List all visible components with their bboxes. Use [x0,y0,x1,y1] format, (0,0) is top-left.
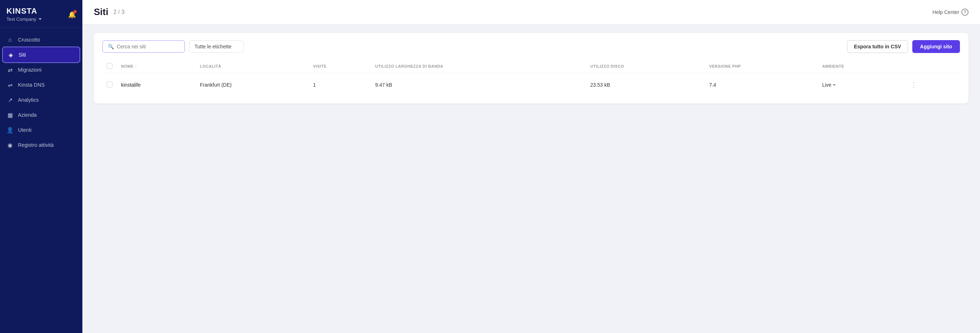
col-localita: LOCALITÀ [196,59,309,73]
sidebar-item-label: Registro attività [18,142,54,148]
home-icon: ⌂ [6,36,14,43]
activity-icon: ◉ [6,141,14,149]
company-icon: ▦ [6,111,14,119]
toolbar-right: Espora tutto in CSV Aggiungi sito [847,40,960,53]
col-ambiente: AMBIENTE [818,59,904,73]
select-all-checkbox[interactable] [107,63,113,69]
help-center-label: Help Center [932,9,959,15]
tags-dropdown[interactable]: Tutte le etichette [189,40,243,52]
sidebar-item-label: Azienda [18,112,37,118]
col-nome: NOME ↑ [117,59,196,73]
row-actions-cell: ⋮ [904,73,960,97]
col-php: VERSIONE PHP [705,59,818,73]
sidebar: KINSTA Test Company 🔔 ⌂ Cruscotto ◈ Siti… [0,0,83,333]
col-disco: UTILIZZO DISCO [586,59,705,73]
content-area: 🔍 Tutte le etichette Espora tutto in CSV… [83,24,980,333]
notification-dot [73,10,76,13]
sidebar-nav: ⌂ Cruscotto ◈ Siti ⇄ Migrazioni ⇌ Kinsta… [0,28,83,333]
row-checkbox-cell [102,73,117,97]
sidebar-item-label: Siti [19,52,26,58]
help-center-link[interactable]: Help Center ? [932,9,969,16]
export-csv-button[interactable]: Espora tutto in CSV [847,40,908,53]
sidebar-item-kinsta-dns[interactable]: ⇌ Kinsta DNS [0,77,83,92]
toolbar: 🔍 Tutte le etichette Espora tutto in CSV… [102,40,960,53]
analytics-icon: ↗ [6,96,14,103]
site-bandwidth: 9.47 kB [375,82,392,88]
row-checkbox[interactable] [107,82,113,87]
tags-label: Tutte le etichette [194,44,231,49]
site-environment[interactable]: Live [822,82,899,88]
topbar: Siti 2 / 3 Help Center ? [83,0,980,24]
site-location: Frankfurt (DE) [200,82,232,88]
sidebar-item-registro-attivita[interactable]: ◉ Registro attività [0,138,83,152]
row-bandwidth-cell: 9.47 kB [371,73,586,97]
table-row: kinstalife Frankfurt (DE) 1 9.47 kB 23.5 [102,73,960,97]
kinsta-logo-text: KINSTA [6,7,41,15]
sidebar-item-label: Utenti [18,127,32,133]
toolbar-left: 🔍 Tutte le etichette [102,40,243,52]
sidebar-item-label: Migrazioni [18,67,41,73]
row-location-cell: Frankfurt (DE) [196,73,309,97]
col-banda: UTILIZZO LARGHEZZA DI BANDA [371,59,586,73]
layers-icon: ◈ [7,51,14,59]
search-box[interactable]: 🔍 [102,40,185,52]
col-actions [904,59,960,73]
table-header: NOME ↑ LOCALITÀ VISITE UTILIZZO LARGHEZZ… [102,59,960,73]
sites-table: NOME ↑ LOCALITÀ VISITE UTILIZZO LARGHEZZ… [102,59,960,96]
notification-button[interactable]: 🔔 [68,11,76,19]
page-title: Siti [94,6,108,17]
sidebar-item-cruscotto[interactable]: ⌂ Cruscotto [0,32,83,47]
help-circle-icon: ? [961,9,969,16]
col-checkbox [102,59,117,73]
migrate-icon: ⇄ [6,66,14,73]
kinsta-logo: KINSTA Test Company [6,7,41,22]
table-body: kinstalife Frankfurt (DE) 1 9.47 kB 23.5 [102,73,960,97]
site-disk: 23.53 kB [590,82,610,88]
page-title-area: Siti 2 / 3 [94,6,125,17]
sidebar-item-siti[interactable]: ◈ Siti [3,47,80,62]
sidebar-item-azienda[interactable]: ▦ Azienda [0,108,83,122]
row-more-button[interactable]: ⋮ [908,80,920,90]
search-icon: 🔍 [108,44,114,49]
row-visite-cell: 1 [309,73,371,97]
row-name-cell: kinstalife [117,73,196,97]
sidebar-item-analytics[interactable]: ↗ Analytics [0,92,83,108]
main-content: Siti 2 / 3 Help Center ? 🔍 Tutte le etic… [83,0,980,333]
sidebar-item-migrazioni[interactable]: ⇄ Migrazioni [0,62,83,77]
sidebar-header: KINSTA Test Company 🔔 [0,0,83,28]
dns-icon: ⇌ [6,81,14,89]
sidebar-item-label: Analytics [18,97,39,103]
row-disco-cell: 23.53 kB [586,73,705,97]
sidebar-item-label: Kinsta DNS [18,82,45,88]
sites-card: 🔍 Tutte le etichette Espora tutto in CSV… [94,33,969,103]
site-visits: 1 [313,82,316,88]
sidebar-item-label: Cruscotto [18,37,40,43]
users-icon: 👤 [6,127,14,133]
site-name[interactable]: kinstalife [121,82,140,88]
row-php-cell: 7.4 [705,73,818,97]
env-chevron-icon [833,84,836,86]
sidebar-item-utenti[interactable]: 👤 Utenti [0,122,83,138]
add-site-button[interactable]: Aggiungi sito [912,40,960,53]
company-chevron-icon [39,18,41,20]
site-php: 7.4 [709,82,716,88]
row-ambiente-cell: Live [818,73,904,97]
page-count: 2 / 3 [113,9,124,16]
col-visite: VISITE [309,59,371,73]
search-input[interactable] [117,44,180,49]
dropdown-chevron-icon [235,46,238,48]
company-name[interactable]: Test Company [6,16,41,22]
